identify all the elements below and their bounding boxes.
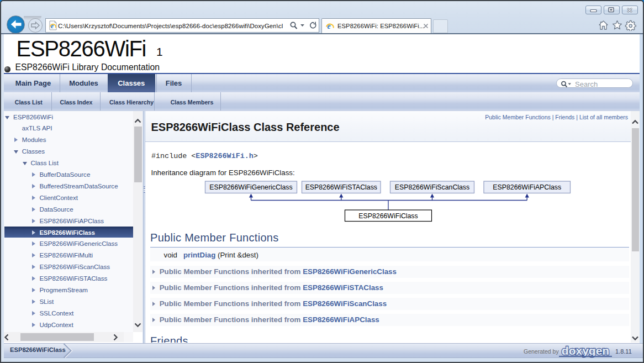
svg-text:e: e: [51, 23, 54, 29]
svg-text:doxygen: doxygen: [562, 344, 609, 357]
svg-text:ESP8266WiFiAPClass: ESP8266WiFiAPClass: [493, 183, 561, 191]
svg-text:ESP8266WiFiGenericClass: ESP8266WiFiGenericClass: [209, 183, 292, 191]
svg-text:ESP8266WiFiSTAClass: ESP8266WiFiSTAClass: [305, 183, 377, 191]
svg-text:ESP8266WiFiClass: ESP8266WiFiClass: [358, 212, 418, 220]
svg-text:ESP8266WiFiScanClass: ESP8266WiFiScanClass: [394, 183, 469, 191]
svg-text:e: e: [327, 22, 330, 30]
